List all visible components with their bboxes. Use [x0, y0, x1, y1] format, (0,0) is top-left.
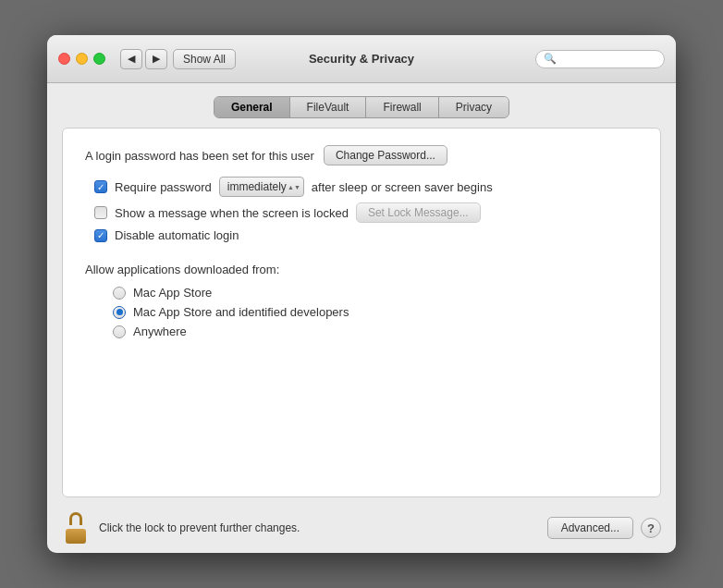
radio-mac-app-store-identified-indicator — [113, 306, 126, 319]
forward-button[interactable]: ▶ — [145, 49, 167, 69]
show-message-label: Show a message when the screen is locked — [115, 206, 349, 220]
search-box[interactable]: 🔍 — [535, 50, 665, 68]
radio-anywhere[interactable]: Anywhere — [113, 325, 638, 338]
require-password-value: immediately — [227, 180, 287, 193]
tabs-container: General FileVault Firewall Privacy — [47, 83, 676, 128]
window-title: Security & Privacy — [309, 52, 414, 66]
close-button[interactable] — [58, 53, 70, 65]
lock-icon[interactable] — [62, 512, 90, 544]
change-password-button[interactable]: Change Password... — [324, 145, 447, 165]
radio-mac-app-store-identified[interactable]: Mac App Store and identified developers — [113, 305, 638, 319]
show-all-button[interactable]: Show All — [173, 49, 236, 69]
show-message-checkbox[interactable] — [94, 206, 107, 219]
tabs: General FileVault Firewall Privacy — [214, 96, 509, 118]
disable-login-label: Disable automatic login — [115, 228, 239, 242]
lock-label: Click the lock to prevent further change… — [99, 521, 538, 534]
radio-mac-app-store[interactable]: Mac App Store — [113, 286, 638, 300]
require-password-dropdown[interactable]: immediately — [219, 177, 304, 197]
bottom-bar: Click the lock to prevent further change… — [47, 503, 676, 553]
content-panel: A login password has been set for this u… — [62, 128, 661, 497]
help-button[interactable]: ? — [641, 518, 661, 538]
login-password-row: A login password has been set for this u… — [85, 145, 638, 165]
bottom-right-controls: Advanced... ? — [547, 517, 661, 539]
allow-apps-label: Allow applications downloaded from: — [85, 263, 638, 276]
search-icon: 🔍 — [544, 53, 557, 65]
lock-body — [66, 529, 86, 544]
traffic-lights — [58, 53, 105, 65]
tab-filevault[interactable]: FileVault — [290, 97, 367, 117]
login-password-text: A login password has been set for this u… — [85, 149, 314, 163]
nav-buttons: ◀ ▶ — [120, 49, 167, 69]
tab-firewall[interactable]: Firewall — [366, 97, 438, 117]
search-input[interactable] — [559, 53, 656, 66]
tab-privacy[interactable]: Privacy — [439, 97, 509, 117]
radio-mac-app-store-identified-label: Mac App Store and identified developers — [133, 305, 349, 319]
disable-login-row: ✓ Disable automatic login — [94, 228, 638, 242]
radio-mac-app-store-label: Mac App Store — [133, 286, 212, 300]
zoom-button[interactable] — [93, 53, 105, 65]
radio-anywhere-label: Anywhere — [133, 325, 187, 338]
require-password-checkbox[interactable]: ✓ — [94, 180, 107, 193]
require-password-suffix: after sleep or screen saver begins — [312, 180, 493, 194]
minimize-button[interactable] — [76, 53, 88, 65]
radio-anywhere-indicator — [113, 325, 126, 338]
tab-general[interactable]: General — [214, 97, 290, 117]
radio-mac-app-store-indicator — [113, 287, 126, 300]
titlebar: ◀ ▶ Show All Security & Privacy 🔍 — [47, 35, 676, 83]
back-button[interactable]: ◀ — [120, 49, 142, 69]
advanced-button[interactable]: Advanced... — [547, 517, 633, 539]
main-window: ◀ ▶ Show All Security & Privacy 🔍 Genera… — [47, 35, 676, 553]
show-message-row: Show a message when the screen is locked… — [94, 202, 638, 223]
require-password-row: ✓ Require password immediately after sle… — [94, 177, 638, 197]
lock-shackle — [69, 512, 82, 525]
require-password-label: Require password — [115, 180, 212, 194]
disable-login-checkbox[interactable]: ✓ — [94, 229, 107, 242]
set-lock-message-button[interactable]: Set Lock Message... — [356, 202, 481, 223]
